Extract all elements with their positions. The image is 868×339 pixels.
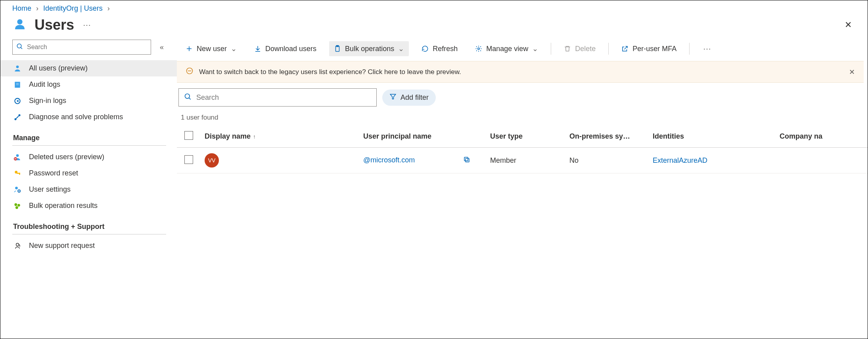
svg-point-29 [478,48,480,50]
svg-point-1 [17,44,21,48]
manage-view-button[interactable]: Manage view ⌄ [470,41,543,56]
identities-link[interactable]: ExternalAzureAD [653,156,707,164]
upn-link[interactable]: @microsoft.com [363,156,415,164]
row-checkbox[interactable] [184,155,193,164]
sidebar-item-label: Password reset [29,169,78,177]
trash-icon [564,45,571,52]
col-on-prem[interactable]: On-premises sy… [565,126,649,148]
button-label: Bulk operations [345,45,394,53]
sidebar-item-label: New support request [29,242,95,250]
toolbar-more-icon[interactable]: ⋯ [697,44,717,53]
sidebar-item-user-settings[interactable]: User settings [0,181,177,198]
per-user-mfa-button[interactable]: Per-user MFA [617,42,681,56]
book-icon [13,81,22,89]
sidebar-item-all-users[interactable]: All users (preview) [0,60,177,76]
collapse-sidebar-icon[interactable]: « [160,43,164,51]
main-search[interactable] [178,88,377,107]
sidebar-item-support[interactable]: New support request [0,238,177,254]
add-filter-button[interactable]: Add filter [382,90,436,106]
svg-line-33 [189,98,191,99]
select-all-checkbox[interactable] [184,131,193,140]
col-identities[interactable]: Identities [649,126,776,148]
sidebar-item-audit-logs[interactable]: Audit logs [0,76,177,93]
page-header: Users ⋯ ✕ [0,14,868,40]
sidebar-item-signin-logs[interactable]: Sign-in logs [0,93,177,109]
copy-icon[interactable] [463,156,470,165]
svg-rect-35 [466,158,469,162]
svg-point-20 [17,204,20,207]
search-icon [16,43,23,51]
svg-point-19 [15,203,17,206]
chevron-right-icon: › [107,4,110,13]
download-icon [254,45,261,52]
result-count: 1 user found [177,107,868,126]
col-display-name[interactable]: Display name↑ [201,126,359,148]
button-label: Refresh [433,45,458,53]
main-search-input[interactable] [178,88,377,107]
svg-rect-36 [464,157,468,161]
breadcrumb-org[interactable]: IdentityOrg | Users [43,4,103,13]
external-link-icon [621,45,628,52]
filter-row: Add filter [177,88,868,107]
delete-button: Delete [559,42,600,56]
plus-icon [186,45,193,52]
filter-icon [389,93,397,102]
close-icon[interactable]: ✕ [845,20,852,30]
sidebar-item-diagnose[interactable]: Diagnose and solve problems [0,109,177,125]
more-icon[interactable]: ⋯ [83,20,91,30]
cell-user-type: Member [486,148,565,173]
search-icon [184,93,192,102]
toolbar-divider [608,43,609,55]
sidebar-item-label: All users (preview) [29,64,88,72]
svg-point-21 [15,206,18,209]
svg-point-16 [15,187,18,189]
clipboard-icon [334,45,341,52]
close-banner-icon[interactable]: ✕ [849,68,855,76]
refresh-icon [422,45,429,52]
breadcrumb: Home › IdentityOrg | Users › [0,0,868,14]
sidebar-item-label: Sign-in logs [29,97,66,105]
svg-rect-12 [15,158,17,159]
user-icon [13,65,22,72]
svg-line-2 [21,48,22,49]
table-header-row: Display name↑ User principal name User t… [177,126,868,148]
sidebar-item-label: Diagnose and solve problems [29,113,123,121]
svg-point-3 [16,65,19,68]
toolbar-divider [551,43,551,55]
table-row[interactable]: VV @microsoft.com Member No ExternalAzur… [177,148,868,173]
sidebar-search-input[interactable] [12,40,151,55]
button-label: Delete [575,45,596,53]
sidebar-search[interactable] [12,40,151,55]
svg-point-0 [17,19,22,24]
chevron-down-icon: ⌄ [532,44,538,53]
toolbar: New user ⌄ Download users Bulk operation… [177,40,868,60]
col-user-type[interactable]: User type [486,126,565,148]
signin-icon [13,97,22,105]
sidebar-item-label: Audit logs [29,80,60,89]
new-user-button[interactable]: New user ⌄ [181,41,241,56]
sidebar-item-deleted-users[interactable]: Deleted users (preview) [0,149,177,165]
download-users-button[interactable]: Download users [249,42,321,56]
sidebar-group-troubleshoot: Troubleshooting + Support [12,214,166,234]
refresh-button[interactable]: Refresh [417,42,462,56]
button-label: Add filter [400,93,429,102]
svg-rect-15 [19,173,20,175]
col-company[interactable]: Company na [776,126,868,148]
bulk-icon [13,202,22,210]
bulk-operations-button[interactable]: Bulk operations ⌄ [329,41,409,56]
breadcrumb-home[interactable]: Home [12,4,31,13]
svg-marker-34 [390,94,396,99]
button-label: New user [197,45,227,53]
users-icon [12,17,27,32]
sidebar-item-bulk-results[interactable]: Bulk operation results [0,198,177,214]
cell-on-prem: No [565,148,649,173]
button-label: Manage view [486,45,528,53]
col-upn[interactable]: User principal name [359,126,486,148]
sidebar-item-label: Bulk operation results [29,202,98,210]
preview-banner[interactable]: Want to switch back to the legacy users … [177,61,864,83]
svg-point-9 [19,114,20,116]
sidebar-group-manage: Manage [12,125,166,146]
sort-asc-icon: ↑ [253,133,256,140]
sidebar-item-password-reset[interactable]: Password reset [0,165,177,181]
main-content: New user ⌄ Download users Bulk operation… [177,40,868,254]
